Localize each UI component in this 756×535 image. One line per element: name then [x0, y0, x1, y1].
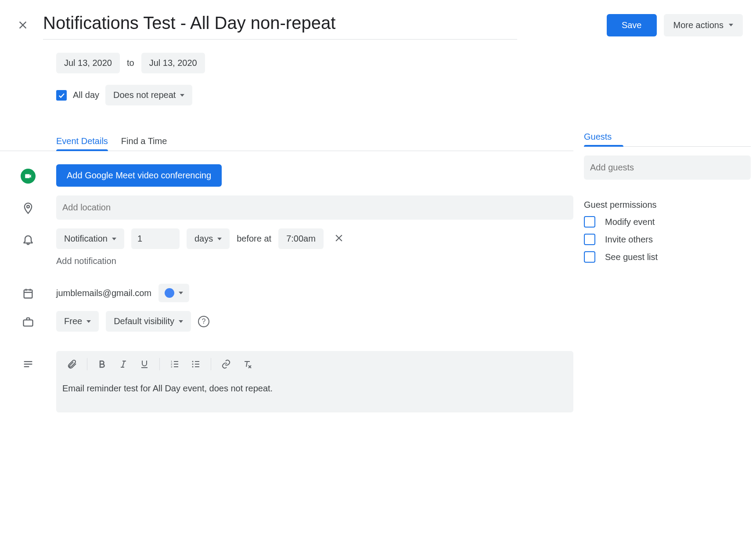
notification-method-label: Notification — [64, 234, 108, 244]
calendar-icon — [22, 287, 34, 300]
svg-point-20 — [192, 364, 194, 365]
modify-event-label: Modify event — [605, 217, 655, 227]
notification-unit-select[interactable]: days — [187, 228, 230, 249]
toolbar-divider — [87, 358, 87, 370]
toolbar-divider — [211, 358, 211, 370]
svg-rect-1 — [24, 290, 32, 298]
clear-formatting-button[interactable] — [238, 354, 257, 374]
more-actions-button[interactable]: More actions — [664, 14, 743, 36]
chevron-down-icon — [112, 238, 116, 240]
bold-icon — [97, 359, 108, 369]
see-guest-list-checkbox[interactable] — [584, 251, 595, 263]
guest-permissions-title: Guest permissions — [584, 200, 751, 210]
check-icon — [58, 91, 65, 99]
chevron-down-icon — [86, 320, 91, 323]
notification-count-input[interactable] — [131, 228, 180, 249]
chevron-down-icon — [179, 320, 183, 323]
event-title-input[interactable] — [43, 11, 517, 40]
location-input[interactable] — [56, 195, 573, 220]
bold-button[interactable] — [93, 354, 112, 374]
insert-link-button[interactable] — [216, 354, 236, 374]
svg-point-19 — [192, 361, 194, 362]
to-label: to — [127, 58, 134, 68]
svg-point-21 — [192, 366, 194, 368]
visibility-select[interactable]: Default visibility — [106, 311, 191, 332]
attach-file-button[interactable] — [62, 354, 82, 374]
notification-time-select[interactable]: 7:00am — [278, 228, 324, 249]
modify-event-checkbox[interactable] — [584, 216, 595, 228]
notification-unit-label: days — [194, 234, 213, 244]
close-icon — [333, 232, 345, 244]
underline-icon — [139, 359, 150, 369]
end-date-picker[interactable]: Jul 13, 2020 — [141, 53, 205, 73]
recurrence-select[interactable]: Does not repeat — [105, 85, 192, 105]
google-meet-icon — [21, 169, 36, 184]
italic-button[interactable] — [114, 354, 133, 374]
invite-others-checkbox[interactable] — [584, 234, 595, 245]
close-button[interactable] — [17, 19, 29, 31]
color-swatch — [165, 288, 174, 298]
chevron-down-icon — [217, 238, 222, 240]
numbered-list-button[interactable]: 123 — [165, 354, 184, 374]
see-guest-list-label: See guest list — [605, 252, 658, 262]
chevron-down-icon — [180, 94, 184, 97]
svg-point-0 — [27, 205, 29, 208]
chevron-down-icon — [729, 24, 733, 26]
start-date-picker[interactable]: Jul 13, 2020 — [56, 53, 120, 73]
add-notification-button[interactable]: Add notification — [0, 256, 573, 266]
link-icon — [221, 359, 231, 369]
paperclip-icon — [67, 359, 77, 369]
availability-label: Free — [64, 316, 82, 326]
calendar-color-select[interactable] — [158, 284, 189, 302]
save-button[interactable]: Save — [607, 14, 657, 36]
before-at-label: before at — [237, 234, 271, 244]
briefcase-icon — [22, 316, 34, 328]
svg-line-11 — [122, 361, 124, 367]
bell-icon — [22, 233, 34, 246]
add-guests-input[interactable] — [584, 155, 751, 180]
tab-find-a-time[interactable]: Find a Time — [121, 132, 167, 151]
all-day-checkbox[interactable] — [56, 90, 67, 101]
underline-button[interactable] — [135, 354, 154, 374]
tab-event-details[interactable]: Event Details — [56, 132, 108, 151]
calendar-email: jumblemails@gmail.com — [56, 288, 151, 298]
description-toolbar: 123 — [56, 351, 573, 377]
description-icon — [22, 358, 34, 370]
toolbar-divider — [159, 358, 160, 370]
invite-others-label: Invite others — [605, 235, 653, 245]
location-icon — [22, 202, 34, 214]
unordered-list-icon — [191, 359, 201, 369]
availability-select[interactable]: Free — [56, 311, 99, 332]
visibility-help-button[interactable]: ? — [198, 316, 209, 327]
all-day-label: All day — [73, 90, 99, 100]
visibility-label: Default visibility — [114, 316, 174, 326]
remove-notification-button[interactable] — [331, 230, 347, 248]
svg-rect-5 — [24, 320, 33, 326]
guests-tab[interactable]: Guests — [584, 132, 751, 147]
more-actions-label: More actions — [673, 20, 724, 30]
chevron-down-icon — [179, 292, 183, 294]
notification-method-select[interactable]: Notification — [56, 228, 124, 249]
svg-text:3: 3 — [171, 365, 173, 368]
recurrence-label: Does not repeat — [113, 90, 176, 100]
close-icon — [17, 19, 29, 31]
description-editor[interactable]: Email reminder test for All Day event, d… — [56, 377, 573, 412]
ordered-list-icon: 123 — [169, 359, 180, 369]
clear-format-icon — [242, 359, 252, 369]
bullet-list-button[interactable] — [186, 354, 205, 374]
add-google-meet-button[interactable]: Add Google Meet video conferencing — [56, 164, 222, 187]
italic-icon — [118, 359, 129, 369]
